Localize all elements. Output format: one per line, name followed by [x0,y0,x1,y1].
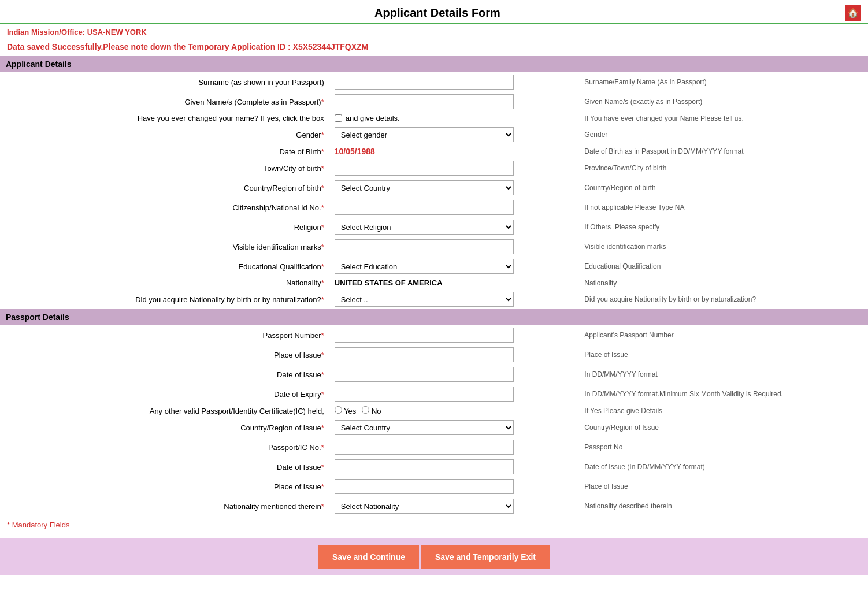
name-change-input-cell: and give details. [330,112,573,125]
given-names-hint: Given Name/s (exactly as in Passport) [573,92,868,112]
place-issue2-hint: Place of Issue [573,477,868,496]
yes-radio[interactable] [335,406,342,414]
date-issue2-input[interactable] [335,459,514,474]
mission-line: Indian Mission/Office: USA-NEW YORK [0,24,868,40]
mission-value: USA-NEW YORK [87,28,147,36]
place-issue2-label: Place of Issue* [0,477,330,496]
passport-ic-row: Passport/IC No.* Passport No [0,437,868,457]
education-label: Educational Qualification* [0,257,330,276]
passport-details-table: Passport Number* Applicant's Passport Nu… [0,325,868,516]
date-expiry-hint: In DD/MM/YYYY format.Minimum Six Month V… [573,384,868,404]
date-issue2-row: Date of Issue* Date of Issue (In DD/MM/Y… [0,457,868,477]
home-icon[interactable]: 🏠 [845,5,861,21]
given-names-input[interactable] [335,94,514,109]
religion-row: Religion* Select Religion If Others .Ple… [0,217,868,237]
other-passport-label: Any other valid Passport/Identity Certif… [0,404,330,418]
passport-details-header: Passport Details [0,309,868,325]
nationality-therein-select[interactable]: Select Nationality [335,499,514,514]
nat-acquire-label: Did you acquire Nationality by birth or … [0,289,330,309]
town-hint: Province/Town/City of birth [573,158,868,178]
education-hint: Educational Qualification [573,257,868,276]
date-issue-input[interactable] [335,367,514,382]
gender-hint: Gender [573,125,868,144]
town-row: Town/City of birth* Province/Town/City o… [0,158,868,178]
passport-num-hint: Applicant's Passport Number [573,325,868,345]
dob-value: 10/05/1988 [335,147,375,156]
no-radio[interactable] [362,406,369,414]
country-issue-select[interactable]: Select Country [335,420,514,435]
nationality-hint: Nationality [573,276,868,289]
passport-ic-hint: Passport No [573,437,868,457]
nationality-therein-row: Nationality mentioned therein* Select Na… [0,496,868,516]
no-radio-label[interactable]: No [362,406,381,415]
date-expiry-row: Date of Expiry* In DD/MM/YYYY format.Min… [0,384,868,404]
nationality-therein-hint: Nationality described therein [573,496,868,516]
date-issue2-label: Date of Issue* [0,457,330,477]
nationality-row: Nationality* UNITED STATES OF AMERICA Na… [0,276,868,289]
country-birth-hint: Country/Region of birth [573,178,868,198]
date-expiry-input[interactable] [335,387,514,402]
place-issue-hint: Place of Issue [573,345,868,365]
visible-id-label: Visible identification marks* [0,237,330,257]
place-issue2-row: Place of Issue* Place of Issue [0,477,868,496]
gender-select[interactable]: Select gender Male Female Other [335,127,514,142]
passport-num-label: Passport Number* [0,325,330,345]
visible-id-input[interactable] [335,239,514,254]
yes-radio-label[interactable]: Yes [335,406,357,415]
name-change-hint: If You have ever changed your Name Pleas… [573,112,868,125]
country-issue-hint: Country/Region of Issue [573,418,868,437]
place-issue-label: Place of Issue* [0,345,330,365]
passport-ic-input[interactable] [335,440,514,455]
country-issue-label: Country/Region of Issue* [0,418,330,437]
nationality-therein-label: Nationality mentioned therein* [0,496,330,516]
nat-acquire-row: Did you acquire Nationality by birth or … [0,289,868,309]
education-select[interactable]: Select Education [335,259,514,274]
given-names-row: Given Name/s (Complete as in Passport)* … [0,92,868,112]
religion-select[interactable]: Select Religion [335,220,514,235]
gender-row: Gender* Select gender Male Female Other … [0,125,868,144]
passport-ic-label: Passport/IC No.* [0,437,330,457]
nat-acquire-hint: Did you acquire Nationality by birth or … [573,289,868,309]
nat-acquire-select[interactable]: Select .. By Birth By Naturalization [335,292,514,307]
passport-num-input[interactable] [335,328,514,343]
country-birth-label: Country/Region of birth* [0,178,330,198]
place-issue-input[interactable] [335,347,514,362]
app-id: X5X52344JTFQXZM [293,42,369,51]
country-birth-row: Country/Region of birth* Select Country … [0,178,868,198]
success-message: Data saved Successfully.Please note down… [0,40,868,56]
dob-label: Date of Birth* [0,144,330,158]
success-text: Data saved Successfully.Please note down… [7,42,291,51]
other-passport-hint: If Yes Please give Details [573,404,868,418]
other-passport-radio-cell: Yes No [330,404,573,418]
country-birth-select[interactable]: Select Country [335,180,514,195]
citizenship-hint: If not applicable Please Type NA [573,198,868,217]
town-label: Town/City of birth* [0,158,330,178]
place-issue2-input[interactable] [335,479,514,494]
given-names-label: Given Name/s (Complete as in Passport)* [0,92,330,112]
dob-row: Date of Birth* 10/05/1988 Date of Birth … [0,144,868,158]
surname-row: Surname (as shown in your Passport) Surn… [0,72,868,92]
date-issue-label: Date of Issue* [0,365,330,384]
date-issue-hint: In DD/MM/YYYY format [573,365,868,384]
name-change-checkbox[interactable] [335,114,342,122]
page-wrapper: Applicant Details Form 🏠 Indian Mission/… [0,0,868,575]
surname-hint: Surname/Family Name (As in Passport) [573,72,868,92]
surname-label: Surname (as shown in your Passport) [0,72,330,92]
religion-hint: If Others .Please specify [573,217,868,237]
mission-label: Indian Mission/Office: [7,28,85,36]
surname-input[interactable] [335,75,514,90]
nationality-value: UNITED STATES OF AMERICA [335,278,443,287]
passport-num-row: Passport Number* Applicant's Passport Nu… [0,325,868,345]
citizenship-row: Citizenship/National Id No.* If not appl… [0,198,868,217]
gender-label: Gender* [0,125,330,144]
citizenship-input[interactable] [335,200,514,215]
name-change-label: Have you ever changed your name? If yes,… [0,112,330,125]
date-expiry-label: Date of Expiry* [0,384,330,404]
name-change-row: Have you ever changed your name? If yes,… [0,112,868,125]
place-issue-row: Place of Issue* Place of Issue [0,345,868,365]
footer-bar: Save and Continue Save and Temporarily E… [0,538,868,575]
save-continue-button[interactable]: Save and Continue [318,545,419,569]
save-exit-button[interactable]: Save and Temporarily Exit [421,545,550,569]
town-input[interactable] [335,161,514,176]
visible-id-row: Visible identification marks* Visible id… [0,237,868,257]
